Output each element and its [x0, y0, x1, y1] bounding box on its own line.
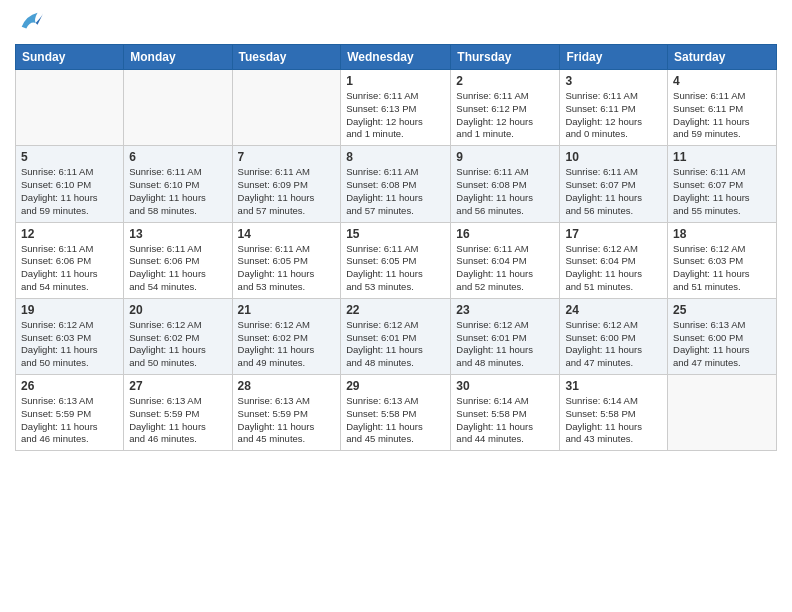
day-info: Sunrise: 6:11 AMSunset: 6:09 PMDaylight:… — [238, 166, 336, 217]
weekday-header-row: SundayMondayTuesdayWednesdayThursdayFrid… — [16, 45, 777, 70]
calendar-day-cell: 19Sunrise: 6:12 AMSunset: 6:03 PMDayligh… — [16, 298, 124, 374]
calendar-day-cell: 23Sunrise: 6:12 AMSunset: 6:01 PMDayligh… — [451, 298, 560, 374]
calendar-day-cell: 26Sunrise: 6:13 AMSunset: 5:59 PMDayligh… — [16, 375, 124, 451]
weekday-header-tuesday: Tuesday — [232, 45, 341, 70]
day-number: 11 — [673, 150, 771, 164]
day-info: Sunrise: 6:11 AMSunset: 6:07 PMDaylight:… — [673, 166, 771, 217]
calendar-week-row: 1Sunrise: 6:11 AMSunset: 6:13 PMDaylight… — [16, 70, 777, 146]
day-info: Sunrise: 6:11 AMSunset: 6:08 PMDaylight:… — [346, 166, 445, 217]
day-number: 5 — [21, 150, 118, 164]
calendar-day-cell: 4Sunrise: 6:11 AMSunset: 6:11 PMDaylight… — [668, 70, 777, 146]
day-info: Sunrise: 6:11 AMSunset: 6:06 PMDaylight:… — [21, 243, 118, 294]
page-header — [15, 10, 777, 36]
calendar-day-cell: 27Sunrise: 6:13 AMSunset: 5:59 PMDayligh… — [124, 375, 232, 451]
day-info: Sunrise: 6:11 AMSunset: 6:08 PMDaylight:… — [456, 166, 554, 217]
day-number: 13 — [129, 227, 226, 241]
calendar-day-cell — [16, 70, 124, 146]
day-info: Sunrise: 6:11 AMSunset: 6:05 PMDaylight:… — [238, 243, 336, 294]
day-number: 14 — [238, 227, 336, 241]
calendar-day-cell: 22Sunrise: 6:12 AMSunset: 6:01 PMDayligh… — [341, 298, 451, 374]
day-number: 28 — [238, 379, 336, 393]
calendar-day-cell: 5Sunrise: 6:11 AMSunset: 6:10 PMDaylight… — [16, 146, 124, 222]
day-number: 19 — [21, 303, 118, 317]
day-info: Sunrise: 6:11 AMSunset: 6:06 PMDaylight:… — [129, 243, 226, 294]
day-number: 26 — [21, 379, 118, 393]
weekday-header-thursday: Thursday — [451, 45, 560, 70]
day-number: 12 — [21, 227, 118, 241]
day-number: 6 — [129, 150, 226, 164]
calendar-day-cell — [232, 70, 341, 146]
day-number: 25 — [673, 303, 771, 317]
logo-bird-icon — [17, 8, 45, 36]
weekday-header-saturday: Saturday — [668, 45, 777, 70]
day-number: 2 — [456, 74, 554, 88]
calendar-day-cell: 9Sunrise: 6:11 AMSunset: 6:08 PMDaylight… — [451, 146, 560, 222]
calendar-day-cell: 29Sunrise: 6:13 AMSunset: 5:58 PMDayligh… — [341, 375, 451, 451]
day-info: Sunrise: 6:12 AMSunset: 6:03 PMDaylight:… — [673, 243, 771, 294]
day-info: Sunrise: 6:13 AMSunset: 6:00 PMDaylight:… — [673, 319, 771, 370]
weekday-header-friday: Friday — [560, 45, 668, 70]
day-info: Sunrise: 6:14 AMSunset: 5:58 PMDaylight:… — [456, 395, 554, 446]
calendar-day-cell: 16Sunrise: 6:11 AMSunset: 6:04 PMDayligh… — [451, 222, 560, 298]
calendar-day-cell: 24Sunrise: 6:12 AMSunset: 6:00 PMDayligh… — [560, 298, 668, 374]
day-info: Sunrise: 6:11 AMSunset: 6:07 PMDaylight:… — [565, 166, 662, 217]
day-number: 23 — [456, 303, 554, 317]
day-number: 20 — [129, 303, 226, 317]
calendar-day-cell: 20Sunrise: 6:12 AMSunset: 6:02 PMDayligh… — [124, 298, 232, 374]
day-number: 15 — [346, 227, 445, 241]
day-number: 3 — [565, 74, 662, 88]
calendar-week-row: 26Sunrise: 6:13 AMSunset: 5:59 PMDayligh… — [16, 375, 777, 451]
calendar-day-cell: 14Sunrise: 6:11 AMSunset: 6:05 PMDayligh… — [232, 222, 341, 298]
day-number: 22 — [346, 303, 445, 317]
calendar-day-cell: 15Sunrise: 6:11 AMSunset: 6:05 PMDayligh… — [341, 222, 451, 298]
calendar-day-cell: 31Sunrise: 6:14 AMSunset: 5:58 PMDayligh… — [560, 375, 668, 451]
calendar-day-cell: 12Sunrise: 6:11 AMSunset: 6:06 PMDayligh… — [16, 222, 124, 298]
calendar-day-cell: 10Sunrise: 6:11 AMSunset: 6:07 PMDayligh… — [560, 146, 668, 222]
day-info: Sunrise: 6:11 AMSunset: 6:11 PMDaylight:… — [565, 90, 662, 141]
weekday-header-sunday: Sunday — [16, 45, 124, 70]
day-info: Sunrise: 6:11 AMSunset: 6:04 PMDaylight:… — [456, 243, 554, 294]
calendar-day-cell: 8Sunrise: 6:11 AMSunset: 6:08 PMDaylight… — [341, 146, 451, 222]
logo — [15, 10, 45, 36]
day-number: 24 — [565, 303, 662, 317]
day-info: Sunrise: 6:12 AMSunset: 6:04 PMDaylight:… — [565, 243, 662, 294]
day-number: 31 — [565, 379, 662, 393]
day-info: Sunrise: 6:12 AMSunset: 6:03 PMDaylight:… — [21, 319, 118, 370]
calendar-day-cell: 11Sunrise: 6:11 AMSunset: 6:07 PMDayligh… — [668, 146, 777, 222]
page-container: SundayMondayTuesdayWednesdayThursdayFrid… — [0, 0, 792, 461]
calendar-day-cell: 21Sunrise: 6:12 AMSunset: 6:02 PMDayligh… — [232, 298, 341, 374]
day-number: 27 — [129, 379, 226, 393]
day-number: 10 — [565, 150, 662, 164]
calendar-day-cell: 2Sunrise: 6:11 AMSunset: 6:12 PMDaylight… — [451, 70, 560, 146]
day-info: Sunrise: 6:11 AMSunset: 6:10 PMDaylight:… — [129, 166, 226, 217]
day-number: 29 — [346, 379, 445, 393]
day-number: 21 — [238, 303, 336, 317]
day-number: 30 — [456, 379, 554, 393]
day-info: Sunrise: 6:13 AMSunset: 5:59 PMDaylight:… — [21, 395, 118, 446]
day-info: Sunrise: 6:14 AMSunset: 5:58 PMDaylight:… — [565, 395, 662, 446]
day-info: Sunrise: 6:13 AMSunset: 5:58 PMDaylight:… — [346, 395, 445, 446]
calendar-week-row: 12Sunrise: 6:11 AMSunset: 6:06 PMDayligh… — [16, 222, 777, 298]
day-info: Sunrise: 6:12 AMSunset: 6:02 PMDaylight:… — [129, 319, 226, 370]
day-info: Sunrise: 6:11 AMSunset: 6:12 PMDaylight:… — [456, 90, 554, 141]
day-info: Sunrise: 6:12 AMSunset: 6:02 PMDaylight:… — [238, 319, 336, 370]
day-number: 18 — [673, 227, 771, 241]
day-number: 16 — [456, 227, 554, 241]
calendar-day-cell: 6Sunrise: 6:11 AMSunset: 6:10 PMDaylight… — [124, 146, 232, 222]
day-info: Sunrise: 6:11 AMSunset: 6:11 PMDaylight:… — [673, 90, 771, 141]
day-info: Sunrise: 6:13 AMSunset: 5:59 PMDaylight:… — [129, 395, 226, 446]
day-info: Sunrise: 6:13 AMSunset: 5:59 PMDaylight:… — [238, 395, 336, 446]
calendar-day-cell: 30Sunrise: 6:14 AMSunset: 5:58 PMDayligh… — [451, 375, 560, 451]
day-number: 8 — [346, 150, 445, 164]
day-info: Sunrise: 6:11 AMSunset: 6:13 PMDaylight:… — [346, 90, 445, 141]
calendar-week-row: 5Sunrise: 6:11 AMSunset: 6:10 PMDaylight… — [16, 146, 777, 222]
day-number: 1 — [346, 74, 445, 88]
day-number: 17 — [565, 227, 662, 241]
weekday-header-monday: Monday — [124, 45, 232, 70]
day-info: Sunrise: 6:12 AMSunset: 6:00 PMDaylight:… — [565, 319, 662, 370]
day-info: Sunrise: 6:12 AMSunset: 6:01 PMDaylight:… — [346, 319, 445, 370]
day-number: 9 — [456, 150, 554, 164]
day-number: 7 — [238, 150, 336, 164]
calendar-day-cell: 7Sunrise: 6:11 AMSunset: 6:09 PMDaylight… — [232, 146, 341, 222]
calendar-day-cell: 17Sunrise: 6:12 AMSunset: 6:04 PMDayligh… — [560, 222, 668, 298]
